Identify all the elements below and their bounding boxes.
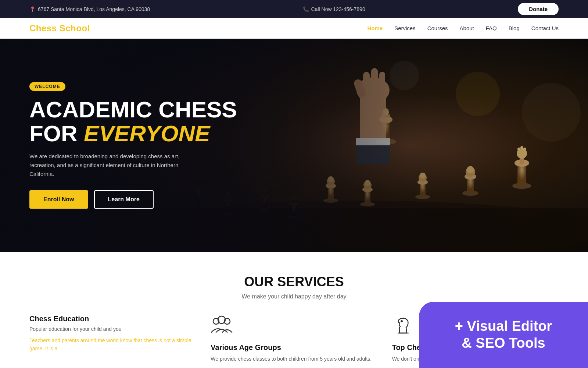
chess-knight-icon xyxy=(392,315,414,337)
nav-link-faq[interactable]: FAQ xyxy=(486,25,497,31)
hero-section: WELCOME ACADEMIC CHESS FOR EVERYONE We a… xyxy=(0,39,588,252)
nav-link-blog[interactable]: Blog xyxy=(509,25,520,31)
site-logo[interactable]: Chess School xyxy=(29,23,90,33)
visual-editor-overlay[interactable]: + Visual Editor& SEO Tools xyxy=(419,302,588,368)
top-bar: 📍 6767 Santa Monica Blvd, Los Angeles, C… xyxy=(0,0,588,18)
nav-item-services[interactable]: Services xyxy=(394,25,416,32)
learn-more-button[interactable]: Learn More xyxy=(94,190,154,209)
navbar: Chess School Home Services Courses About… xyxy=(0,18,588,39)
nav-link-services[interactable]: Services xyxy=(394,25,416,31)
enroll-now-button[interactable]: Enroll Now xyxy=(29,190,88,209)
svg-point-75 xyxy=(401,320,403,322)
address-text: 6767 Santa Monica Blvd, Los Angeles, CA … xyxy=(38,6,150,12)
top-bar-phone: 📞 Call Now 123-456-7890 xyxy=(303,6,365,12)
service-desc-2: We provide chess classes to both childre… xyxy=(211,355,377,363)
nav-link-contact[interactable]: Contact Us xyxy=(531,25,559,31)
nav-item-faq[interactable]: FAQ xyxy=(486,25,497,32)
visual-editor-label: + Visual Editor& SEO Tools xyxy=(448,318,559,351)
nav-link-courses[interactable]: Courses xyxy=(427,25,448,31)
nav-item-blog[interactable]: Blog xyxy=(509,25,520,32)
service-card-chess-education: Chess Education Popular education for yo… xyxy=(29,315,196,363)
nav-item-home[interactable]: Home xyxy=(367,25,383,32)
nav-link-home[interactable]: Home xyxy=(367,25,383,31)
nav-link-about[interactable]: About xyxy=(460,25,474,31)
services-title: OUR SERVICES xyxy=(29,274,559,290)
services-subtitle: We make your child happy day after day xyxy=(29,293,559,300)
phone-text: Call Now 123-456-7890 xyxy=(311,6,365,12)
hero-title-line2: FOR xyxy=(29,121,84,146)
nav-item-courses[interactable]: Courses xyxy=(427,25,448,32)
phone-icon: 📞 xyxy=(303,6,309,12)
nav-menu: Home Services Courses About FAQ Blog Con… xyxy=(367,25,559,32)
services-header: OUR SERVICES We make your child happy da… xyxy=(29,274,559,300)
welcome-badge: WELCOME xyxy=(29,82,65,91)
service-title-1: Chess Education xyxy=(29,315,196,323)
service-card-age-groups: Various Age Groups We provide chess clas… xyxy=(211,315,377,363)
nav-item-contact[interactable]: Contact Us xyxy=(531,25,559,32)
logo-text-main: Che xyxy=(29,23,47,33)
service-desc-1: Teachers and parents around the world kn… xyxy=(29,336,196,353)
hero-description: We are dedicated to broadening and devel… xyxy=(29,152,184,178)
hero-buttons: Enroll Now Learn More xyxy=(29,190,237,209)
service-subtitle-1: Popular education for your child and you xyxy=(29,326,196,332)
top-bar-address: 📍 6767 Santa Monica Blvd, Los Angeles, C… xyxy=(29,6,150,12)
hero-title: ACADEMIC CHESS FOR EVERYONE xyxy=(29,98,237,145)
location-icon: 📍 xyxy=(29,6,36,12)
logo-highlight: s xyxy=(47,23,52,33)
donate-button[interactable]: Donate xyxy=(518,3,559,15)
hero-title-line1: ACADEMIC CHESS xyxy=(29,97,237,122)
nav-item-about[interactable]: About xyxy=(460,25,474,32)
hero-title-highlight: EVERYONE xyxy=(84,121,210,146)
logo-text-rest: s School xyxy=(52,23,90,33)
age-groups-icon xyxy=(211,315,233,337)
hero-content: WELCOME ACADEMIC CHESS FOR EVERYONE We a… xyxy=(29,82,237,209)
service-title-2: Various Age Groups xyxy=(211,343,377,352)
